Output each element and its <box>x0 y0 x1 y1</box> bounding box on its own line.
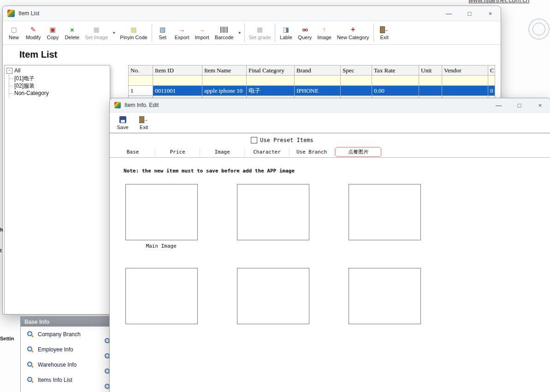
copy-icon: ▣ <box>50 26 56 34</box>
exit-button[interactable]: → Exit <box>375 22 394 44</box>
maximize-button[interactable]: □ <box>459 6 480 21</box>
export-button[interactable]: → Export <box>172 22 192 44</box>
column-header[interactable]: Item ID <box>153 65 202 76</box>
maximize-icon: □ <box>468 10 472 17</box>
save-floppy-icon <box>119 116 126 123</box>
use-preset-items-checkbox[interactable] <box>251 137 257 143</box>
chevron-down-icon: ▾ <box>238 30 241 35</box>
nav-item-company-branch[interactable]: Company Branch <box>21 327 110 342</box>
exit-arrow-icon: → <box>384 27 389 32</box>
filter-cell[interactable] <box>202 76 247 86</box>
column-header[interactable]: Brand <box>295 65 341 76</box>
tree-collapse-icon[interactable]: − <box>6 68 12 74</box>
copy-button[interactable]: ▣ Copy <box>43 22 62 44</box>
magnifier-icon <box>27 346 34 353</box>
column-header[interactable]: Unit <box>419 65 442 76</box>
tree-node-label: [01]电子 <box>14 75 35 82</box>
query-button[interactable]: oo Query <box>295 22 314 44</box>
tree-node-category-electronics[interactable]: [01]电子 <box>9 75 109 82</box>
tree-node-all[interactable]: − All <box>6 67 109 74</box>
magnifier-icon <box>27 362 34 368</box>
column-header[interactable]: C <box>488 65 495 76</box>
filter-cell[interactable] <box>341 76 372 86</box>
close-button[interactable]: × <box>530 98 550 112</box>
tab-use-branch[interactable]: Use Branch <box>290 148 334 156</box>
image-slot[interactable] <box>237 184 309 240</box>
toolbar-separator <box>244 24 245 42</box>
filter-cell[interactable] <box>153 76 202 86</box>
filter-cell[interactable] <box>372 76 419 86</box>
nav-item-items-info-list[interactable]: Items Info List <box>21 372 110 387</box>
column-header[interactable]: Final Category <box>247 65 295 76</box>
export-arrow-icon: → <box>179 26 185 34</box>
set-image-button: ▦ Set Image <box>82 22 111 44</box>
filter-cell[interactable] <box>129 76 153 86</box>
page-title: Item List <box>19 49 501 60</box>
image-slot[interactable] <box>125 268 198 324</box>
exit-button[interactable]: → Exit <box>135 115 153 131</box>
minimize-icon: — <box>446 10 452 17</box>
title-bar[interactable]: Item Info. Edit — □ × <box>110 98 550 113</box>
barcode-dropdown[interactable]: ▾ <box>237 22 243 44</box>
set-image-dropdown[interactable]: ▾ <box>111 22 117 44</box>
seal-stamp-logo <box>528 18 550 40</box>
tree-node-label: [02]服装 <box>14 82 35 89</box>
modify-button[interactable]: ✎ Modify <box>23 22 43 44</box>
pinyin-code-button[interactable]: ▤ Pinyin Code <box>117 22 150 44</box>
column-header[interactable]: No. <box>129 65 153 76</box>
image-button[interactable]: ↑ Image <box>314 22 334 44</box>
column-header[interactable]: Item Name <box>202 65 247 76</box>
lable-button[interactable]: ◨ Lable <box>277 22 295 44</box>
title-bar[interactable]: Item List — □ × <box>3 6 501 21</box>
filter-cell[interactable] <box>488 76 495 86</box>
new-category-icon: + <box>351 26 355 34</box>
maximize-button[interactable]: □ <box>509 98 530 112</box>
nav-item-employee-info[interactable]: Employee Info <box>21 342 110 357</box>
column-header[interactable]: Vendor <box>442 65 488 76</box>
set-icon: ▧ <box>160 26 166 34</box>
dialog-toolbar: Save → Exit <box>110 113 550 133</box>
close-button[interactable]: × <box>480 6 501 21</box>
use-preset-items-option: Use Preset Items <box>251 137 550 143</box>
new-button[interactable]: ▢ New <box>5 22 23 44</box>
set-button[interactable]: ▧ Set <box>154 22 172 44</box>
filter-cell[interactable] <box>419 76 442 86</box>
pen-icon: ✎ <box>30 26 36 34</box>
filter-cell[interactable] <box>295 76 341 86</box>
app-icon <box>7 10 15 17</box>
dialog-tabs: Base Price Image Character Use Branch 点餐… <box>110 146 550 158</box>
nav-item-warehouse-info[interactable]: Warehouse Info <box>21 357 110 372</box>
clipped-text-fragment: h <box>0 227 3 232</box>
barcode-button[interactable]: Barcode <box>212 22 237 44</box>
base-info-panel: Base Info Company Branch Employee Info W… <box>20 316 110 392</box>
table-row[interactable]: 1 0011001 apple iphone 10 电子 IPHONE 0.00… <box>129 86 495 96</box>
delete-button[interactable]: × Delete <box>62 22 82 44</box>
magnifier-icon <box>27 377 34 383</box>
tab-character[interactable]: Character <box>245 148 290 156</box>
watermark-text: www.istartnet.com.cn <box>468 0 529 4</box>
new-category-button[interactable]: + New Category <box>334 22 372 44</box>
filter-row <box>129 76 495 86</box>
import-button[interactable]: → Import <box>192 22 212 44</box>
tree-node-non-category[interactable]: Non-Category <box>9 89 109 97</box>
column-header[interactable]: Tax Rate <box>372 65 419 76</box>
nav-item-label: Items Info List <box>38 377 72 383</box>
column-header[interactable]: Spec <box>341 65 372 76</box>
minimize-button[interactable]: — <box>488 98 509 112</box>
image-slot[interactable] <box>237 268 309 324</box>
pinyin-code-icon: ▤ <box>130 26 136 34</box>
filter-cell[interactable] <box>442 76 488 86</box>
minimize-button[interactable]: — <box>438 6 459 21</box>
tab-meal-image[interactable]: 点餐图片 <box>335 147 381 157</box>
tree-node-category-clothing[interactable]: [02]服装 <box>9 82 109 89</box>
image-slot[interactable] <box>349 184 421 240</box>
tab-image[interactable]: Image <box>200 148 245 156</box>
save-button[interactable]: Save <box>113 115 132 131</box>
import-arrow-icon: → <box>199 26 205 34</box>
main-image-slot[interactable] <box>125 184 198 240</box>
nav-item-label: Employee Info <box>38 346 73 353</box>
tab-base[interactable]: Base <box>111 148 155 156</box>
filter-cell[interactable] <box>247 76 295 86</box>
image-slot[interactable] <box>349 268 421 324</box>
tab-price[interactable]: Price <box>155 148 200 156</box>
